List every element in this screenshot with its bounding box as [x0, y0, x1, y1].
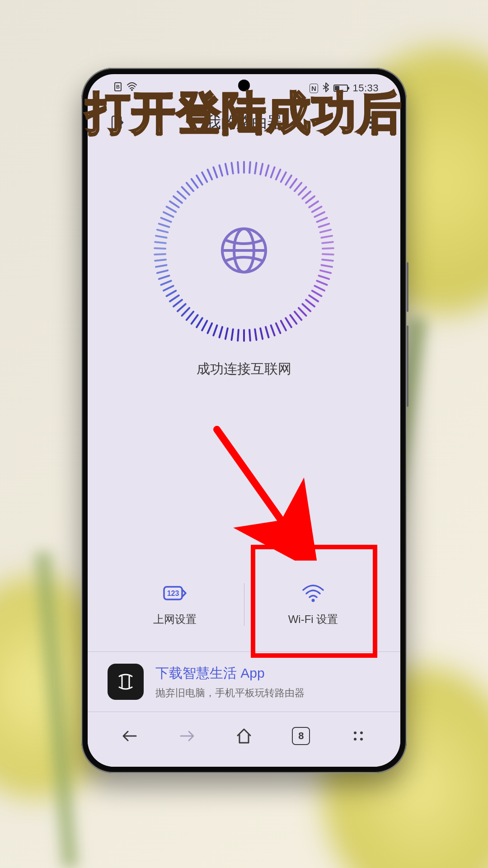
- browser-home-button[interactable]: [216, 722, 272, 750]
- app-icon: [108, 664, 144, 700]
- wifi-icon: [301, 582, 325, 604]
- wifi-settings-label: Wi-Fi 设置: [288, 612, 338, 627]
- phone-screen: B N 15:33 我的路由器: [88, 74, 400, 767]
- svg-point-13: [354, 731, 357, 734]
- connection-status-area: 成功连接互联网: [88, 143, 400, 378]
- internet-settings-button[interactable]: 123 上网设置: [106, 573, 244, 636]
- svg-point-15: [354, 738, 357, 741]
- browser-nav: 8: [88, 712, 400, 767]
- video-caption: 打开登陆成功后: [86, 84, 402, 143]
- promo-banner[interactable]: 下载智慧生活 App 抛弃旧电脑，手机平板玩转路由器: [88, 651, 400, 712]
- tab-count: 8: [298, 730, 304, 742]
- promo-title: 下载智慧生活 App: [155, 664, 305, 683]
- browser-forward-button[interactable]: [158, 722, 215, 750]
- browser-tabs-button[interactable]: 8: [272, 722, 329, 750]
- internet-settings-icon: 123: [162, 582, 188, 604]
- phone-power-button: [407, 262, 408, 312]
- svg-point-12: [312, 599, 315, 602]
- quick-actions: 123 上网设置 Wi-Fi 设置: [88, 573, 400, 636]
- browser-menu-button[interactable]: [330, 722, 387, 750]
- internet-settings-label: 上网设置: [153, 612, 197, 627]
- connection-status-text: 成功连接互联网: [197, 360, 291, 378]
- phone-frame: B N 15:33 我的路由器: [81, 68, 407, 773]
- promo-subtitle: 抛弃旧电脑，手机平板玩转路由器: [155, 686, 305, 700]
- svg-text:123: 123: [167, 590, 179, 597]
- browser-back-button[interactable]: [101, 722, 158, 750]
- phone-volume-button: [407, 326, 408, 407]
- svg-point-14: [360, 731, 363, 734]
- svg-point-16: [360, 738, 363, 741]
- wifi-settings-button[interactable]: Wi-Fi 设置: [244, 573, 382, 636]
- speed-gauge: [154, 161, 334, 342]
